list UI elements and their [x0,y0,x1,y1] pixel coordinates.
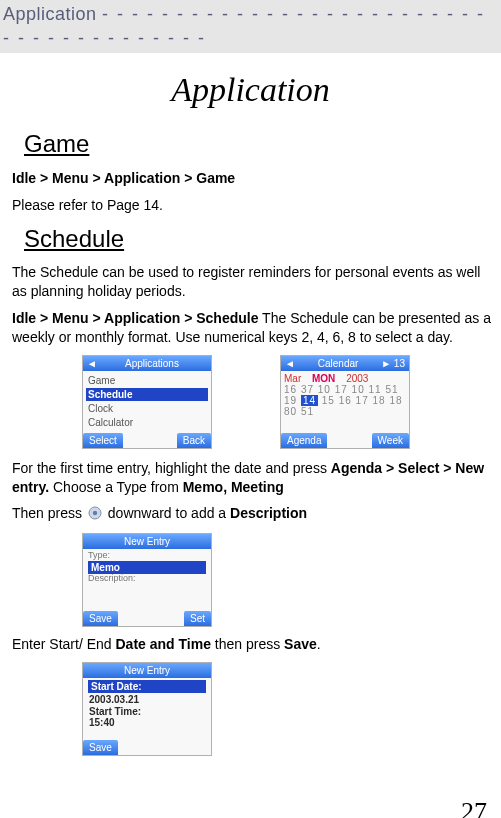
page-title: Application [0,67,501,113]
figure-row-2: New Entry Type: Memo Description: Save S… [82,533,491,627]
softkey-left: Save [83,740,118,755]
figure-row-1: ◄ Applications Game Schedule Clock Calcu… [82,355,491,449]
running-header: Application - - - - - - - - - - - - - - … [0,0,501,53]
list-item-selected: Schedule [86,388,208,401]
list-item: Calculator [86,416,208,429]
breadcrumb-schedule: Idle > Menu > Application > Schedule [12,310,258,326]
hdr-title: Applications [125,358,179,369]
field-value-start-time: 15:40 [86,717,208,728]
schedule-breadcrumb-line: Idle > Menu > Application > Schedule The… [12,309,491,347]
breadcrumb-game: Idle > Menu > Application > Game [12,169,491,188]
list-item: Game [86,374,208,387]
hdr-title: New Entry [124,536,170,547]
hdr-left-arrow-icon: ◄ [285,358,295,369]
calendar-month-row: Mar MON 2003 [284,373,406,384]
schedule-intro: The Schedule can be used to register rem… [12,263,491,301]
softkey-left: Save [83,611,118,626]
nav-circle-icon [88,506,102,525]
section-heading-schedule: Schedule [24,223,491,255]
field-label-type: Type: [86,551,208,561]
hdr-title: Calendar [318,358,359,369]
screenshot-new-entry-2: New Entry Start Date: 2003.03.21 Start T… [82,662,212,756]
screenshot-new-entry-1: New Entry Type: Memo Description: Save S… [82,533,212,627]
then-press-line: Then press downward to add a Description [12,504,491,525]
calendar-week-row: 16 37 10 17 10 11 51 [284,384,406,395]
calendar-selected-day: 14 [301,395,318,406]
section-heading-game: Game [24,128,491,160]
page-number: 27 [0,794,501,818]
calendar-week-row: 19 14 15 16 17 18 18 [284,395,406,406]
year-label: 2003 [346,373,368,384]
hdr-title: New Entry [124,665,170,676]
softkey-right: Set [184,611,211,626]
field-value-start-date: 2003.03.21 [86,693,208,706]
softkey-left: Select [83,433,123,448]
weekday-label: MON [312,373,335,384]
first-entry-line: For the first time entry, highlight the … [12,459,491,497]
game-body: Please refer to Page 14. [12,196,491,215]
start-end-line: Enter Start/ End Date and Time then pres… [12,635,491,654]
month-label: Mar [284,373,301,384]
calendar-week-row: 80 51 [284,406,406,417]
field-label-start-time: Start Time: [86,706,208,717]
tab-title: Application [3,4,97,24]
softkey-right: Back [177,433,211,448]
softkey-left: Agenda [281,433,327,448]
figure-row-3: New Entry Start Date: 2003.03.21 Start T… [82,662,491,756]
screenshot-applications-list: ◄ Applications Game Schedule Clock Calcu… [82,355,212,449]
field-label-description: Description: [86,574,208,584]
field-label-start-date: Start Date: [88,680,206,693]
softkey-right: Week [372,433,409,448]
hdr-right: ► 13 [381,358,405,369]
screenshot-calendar: ◄ Calendar ► 13 Mar MON 2003 16 37 10 17… [280,355,410,449]
list-item: Clock [86,402,208,415]
svg-point-1 [93,511,97,515]
hdr-left-arrow-icon: ◄ [87,358,97,369]
